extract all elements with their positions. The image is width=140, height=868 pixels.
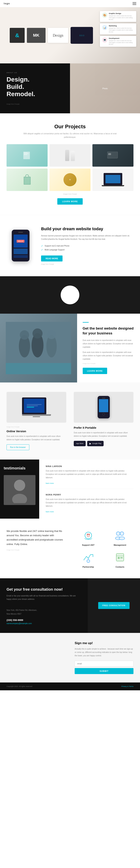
services-right: ⏰ Support 24/7 Management bbox=[75, 529, 134, 568]
build-description: Aenean laoreet praesent egestas feugiat … bbox=[41, 234, 134, 241]
hamburger-line1 bbox=[133, 2, 136, 3]
phone-notch bbox=[18, 232, 23, 232]
svg-rect-3 bbox=[24, 154, 27, 155]
project-item-3[interactable] bbox=[93, 144, 134, 167]
svg-point-8 bbox=[20, 330, 29, 340]
project-item-4[interactable] bbox=[6, 168, 47, 191]
run-browser-button[interactable]: Run in the browser bbox=[6, 444, 29, 450]
hamburger-line2 bbox=[133, 3, 136, 4]
team-image-panel bbox=[0, 314, 77, 382]
team-section: Get the best website designed for your b… bbox=[0, 314, 140, 382]
partnership-icon bbox=[83, 552, 94, 563]
hero-mk-block: MK bbox=[27, 28, 45, 43]
build-features-list: ✓ Support via E-mail and Phone ✓ Multi-L… bbox=[41, 244, 134, 252]
signup-section: Sign me up! Actually this is quite simpl… bbox=[0, 633, 140, 682]
hero-amp-block: & bbox=[10, 28, 25, 43]
svg-text:⏰: ⏰ bbox=[86, 534, 90, 537]
team-desc2: Duis aute irure dolor in reprehenderit i… bbox=[83, 351, 135, 361]
person1-name: NINA LARSON bbox=[46, 465, 134, 467]
contacts-icon-wrap bbox=[113, 551, 127, 564]
contacts-icon bbox=[114, 552, 126, 563]
hero-card-development[interactable]: 💻 Development Sample text. Click to sele… bbox=[100, 36, 136, 47]
portable-heading: Prefer it Portable bbox=[74, 426, 134, 429]
navbar: logo bbox=[0, 0, 140, 7]
read-more-button[interactable]: READ MORE bbox=[41, 255, 63, 261]
bag-icon bbox=[22, 173, 32, 186]
graphic-icon: 🎨 bbox=[102, 12, 107, 18]
signup-description: Actually this is quite simple to achieve… bbox=[75, 647, 134, 657]
hero-laptop-block: ◻ ◻ ◻ bbox=[71, 27, 93, 44]
project-item-6[interactable] bbox=[93, 168, 134, 191]
features-section: Image from Freepik Online Version Duis a… bbox=[0, 382, 140, 460]
cta-heading: Get your free consultation now! bbox=[6, 587, 81, 592]
google-play-button[interactable]: ▶ Google Play bbox=[87, 441, 104, 446]
person2-learn-more[interactable]: learn more bbox=[46, 511, 54, 513]
marketing-card-desc: Sample text. Click to select the text bo… bbox=[109, 27, 134, 33]
white-circle bbox=[61, 286, 79, 304]
book-icon bbox=[23, 151, 32, 160]
about-label: ABOUT US bbox=[6, 72, 64, 73]
build-img-credit: Image from Freepik bbox=[41, 264, 134, 265]
projects-section: Our Projects Wilt aliquet sagittis ut co… bbox=[0, 113, 140, 215]
online-description: Duis aute irure dolor in reprehenderit i… bbox=[6, 435, 66, 441]
project-item-5[interactable]: W bbox=[49, 168, 91, 191]
about-section: ABOUT US Design. Build. Remodel. Image f… bbox=[0, 63, 140, 113]
marketing-card-content: Marketing Sample text. Click to select t… bbox=[109, 25, 134, 33]
learn-more-button[interactable]: LEARN MORE bbox=[57, 198, 83, 205]
cta-phone: (330) 556-9999 bbox=[6, 619, 81, 621]
laptop-project-icon bbox=[102, 173, 124, 186]
team-learn-more-button[interactable]: LEARN MORE bbox=[83, 368, 107, 374]
online-heading: Online Version bbox=[6, 430, 66, 433]
about-title: Design. Build. Remodel. bbox=[6, 76, 64, 98]
team-desc1: Duis aute irure dolor in reprehenderit i… bbox=[83, 339, 135, 349]
services-img-credit: Image from Freepik bbox=[6, 549, 65, 551]
svg-rect-2 bbox=[24, 154, 29, 154]
development-card-title: Development bbox=[109, 37, 134, 39]
signup-email-input[interactable] bbox=[75, 661, 134, 666]
services-description: We provide flexible and 24/7 online lear… bbox=[6, 529, 65, 547]
portable-description: Duis aute irure dolor in reprehenderit i… bbox=[74, 431, 134, 438]
svg-point-22 bbox=[87, 560, 90, 563]
development-card-content: Development Sample text. Click to select… bbox=[109, 37, 134, 45]
build-dream-section: HELLO! Build your dream website today Ae… bbox=[0, 215, 140, 276]
svg-point-19 bbox=[120, 532, 124, 535]
hero-card-graphic[interactable]: 🎨 Graphic Design Sample text. Click to s… bbox=[100, 11, 136, 22]
about-right: Photo bbox=[70, 63, 140, 113]
projects-img-credit: Images from Freepik bbox=[6, 193, 134, 195]
nav-logo[interactable]: logo bbox=[4, 2, 10, 5]
hamburger-menu[interactable] bbox=[133, 2, 136, 5]
project-item-1[interactable] bbox=[6, 144, 47, 167]
check-icon-2: ✓ bbox=[41, 248, 43, 251]
testimonial-item-1: NINA LARSON Duis aute irure dolor in rep… bbox=[46, 465, 134, 489]
online-image bbox=[6, 392, 66, 423]
hero-card-marketing[interactable]: 📊 Marketing Sample text. Click to select… bbox=[100, 23, 136, 34]
app-store-button[interactable]: App Store bbox=[74, 441, 86, 446]
cta-right: FREE CONSULTATION bbox=[88, 578, 140, 633]
partnership-icon-wrap bbox=[82, 551, 95, 564]
phone-hello-badge: HELLO! bbox=[16, 240, 25, 243]
project-item-2[interactable] bbox=[49, 144, 91, 167]
bottle-icon-2 bbox=[71, 151, 75, 161]
testimonials-left: testimonials bbox=[0, 460, 39, 519]
service-support: ⏰ Support 24/7 bbox=[75, 529, 102, 546]
svg-point-14 bbox=[14, 480, 25, 491]
graphic-card-desc: Sample text. Click to select the text bo… bbox=[109, 15, 134, 21]
person-avatar bbox=[10, 477, 29, 503]
person1-learn-more[interactable]: learn more bbox=[46, 482, 54, 484]
management-label: Management bbox=[106, 544, 134, 546]
build-heading: Build your dream website today bbox=[41, 226, 134, 232]
free-consultation-button[interactable]: FREE CONSULTATION bbox=[98, 602, 130, 609]
svg-point-21 bbox=[119, 537, 125, 540]
hero-images-container: & MK Design ◻ ◻ ◻ bbox=[6, 23, 97, 48]
hamburger-line3 bbox=[133, 4, 136, 5]
check-icon-1: ✓ bbox=[41, 244, 43, 247]
hero-design-block: Design bbox=[48, 28, 68, 43]
services-section: We provide flexible and 24/7 online lear… bbox=[0, 519, 140, 578]
graphic-card-content: Graphic Design Sample text. Click to sel… bbox=[109, 12, 134, 21]
svg-point-10 bbox=[33, 329, 42, 339]
food-icon: W bbox=[64, 173, 76, 186]
footer-privacy-link[interactable]: Privacy & Terms bbox=[121, 685, 134, 687]
testimonial-avatar bbox=[4, 475, 35, 505]
hero-cards-overlay: 🎨 Graphic Design Sample text. Click to s… bbox=[100, 11, 136, 47]
signup-submit-button[interactable]: SUBMIT bbox=[75, 668, 134, 674]
